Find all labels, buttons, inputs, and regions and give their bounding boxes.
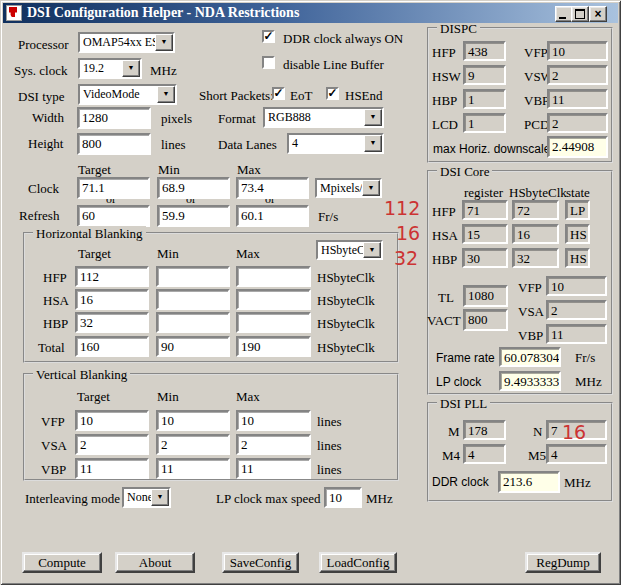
- hsa-max-input[interactable]: [236, 289, 311, 310]
- clock-unit-value: Mpixels/s: [317, 181, 362, 196]
- pll-m5-value: 4: [546, 444, 607, 464]
- frame-rate-value: 60.0783041: [499, 347, 561, 367]
- clock-unit-dropdown[interactable]: Mpixels/s: [315, 178, 382, 198]
- regdump-button[interactable]: RegDump: [525, 552, 601, 573]
- ddr-clock-checkbox[interactable]: [262, 30, 275, 43]
- maximize-icon: [575, 9, 585, 19]
- line-buffer-checkbox[interactable]: [262, 56, 275, 69]
- clock-min-input[interactable]: 68.9: [157, 177, 230, 199]
- height-unit: lines: [161, 137, 186, 153]
- ddr-clock-unit: MHz: [564, 475, 591, 491]
- load-config-button[interactable]: LoadConfig: [319, 552, 397, 573]
- maximize-button[interactable]: [571, 6, 589, 22]
- compute-button[interactable]: Compute: [22, 552, 102, 573]
- dispc-pcd-label: PCD: [524, 117, 549, 133]
- vbp-max-input[interactable]: 11: [236, 458, 311, 479]
- hbp-unit: HSbyteClk: [317, 316, 375, 332]
- hbp-min-input[interactable]: [156, 312, 230, 333]
- hblank-unit-dropdown[interactable]: HSbyteClk: [316, 240, 383, 260]
- data-lanes-dropdown[interactable]: 4: [287, 133, 384, 154]
- refresh-min-input[interactable]: 59.9: [157, 205, 230, 227]
- about-button[interactable]: About: [115, 552, 195, 573]
- hfp-target-input[interactable]: 112: [75, 266, 149, 287]
- dsitype-dropdown[interactable]: VideoMode: [78, 84, 177, 105]
- tl-value: 1080: [463, 285, 508, 307]
- chevron-down-icon[interactable]: [364, 109, 382, 126]
- vsa-min-input[interactable]: 2: [156, 434, 230, 455]
- dispc-vfp-label: VFP: [524, 45, 548, 61]
- hfp-max-input[interactable]: [236, 266, 311, 287]
- dispc-lcd-value: 1: [463, 113, 506, 133]
- pll-m4-label: M4: [442, 448, 460, 464]
- sysclock-dropdown[interactable]: 19.2: [78, 58, 142, 79]
- dsi-core-title: DSI Core: [437, 164, 492, 180]
- total-min-input[interactable]: 90: [156, 336, 230, 357]
- lp-max-unit: MHz: [366, 491, 393, 507]
- total-max-input[interactable]: 190: [236, 336, 311, 357]
- processor-dropdown[interactable]: OMAP54xx ES2: [78, 32, 175, 53]
- refresh-max-input[interactable]: 60.1: [236, 205, 309, 227]
- chevron-down-icon[interactable]: [363, 242, 381, 258]
- dsi-pll-title: DSI PLL: [437, 396, 490, 412]
- clock-max-input[interactable]: 73.4: [236, 177, 309, 199]
- interleaving-value: None: [124, 490, 151, 505]
- ddr-clock-label: DDR clock always ON: [283, 31, 403, 47]
- vfp-max-input[interactable]: 10: [236, 410, 311, 431]
- vfp-row-label: VFP: [41, 414, 65, 430]
- vblank-header-target: Target: [77, 389, 110, 405]
- core-header-register: register: [464, 185, 503, 201]
- dsitype-value: VideoMode: [80, 87, 157, 102]
- vblank-header-min: Min: [157, 389, 179, 405]
- hsa-min-input[interactable]: [156, 289, 230, 310]
- interleaving-dropdown[interactable]: None: [122, 487, 171, 508]
- annotation-hsa: 16: [396, 222, 420, 244]
- eot-label: EoT: [290, 88, 312, 104]
- save-config-button[interactable]: SaveConfig: [222, 552, 299, 573]
- hbp-max-input[interactable]: [236, 312, 311, 333]
- hblank-header-target: Target: [78, 246, 111, 262]
- hfp-min-input[interactable]: [156, 266, 230, 287]
- hsa-unit: HSbyteClk: [317, 293, 375, 309]
- chevron-down-icon[interactable]: [362, 180, 380, 196]
- processor-value: OMAP54xx ES2: [80, 35, 155, 50]
- height-label: Height: [28, 136, 63, 152]
- pll-m4-value: 4: [463, 444, 506, 464]
- total-row-label: Total: [38, 340, 65, 356]
- downscale-label: max Horiz. downscale: [433, 142, 550, 156]
- minimize-icon: [559, 17, 566, 19]
- chevron-down-icon[interactable]: [151, 489, 169, 506]
- vbp-target-input[interactable]: 11: [75, 458, 149, 479]
- vbp-min-input[interactable]: 11: [156, 458, 230, 479]
- chevron-down-icon[interactable]: [157, 86, 175, 103]
- hsend-checkbox[interactable]: [326, 87, 339, 100]
- core-hsa-state: HS: [565, 224, 590, 244]
- close-button[interactable]: ×: [589, 6, 607, 22]
- dispc-hbp-value: 1: [463, 89, 506, 109]
- core-vbp-label: VBP: [518, 328, 543, 344]
- vfp-min-input[interactable]: 10: [156, 410, 230, 431]
- chevron-down-icon[interactable]: [122, 60, 140, 77]
- refresh-target-input[interactable]: 60: [77, 205, 150, 227]
- annotation-hfp: 112: [384, 197, 420, 219]
- vsa-max-input[interactable]: 2: [236, 434, 311, 455]
- height-input[interactable]: 800: [77, 133, 151, 155]
- hsa-target-input[interactable]: 16: [75, 289, 149, 310]
- data-lanes-label: Data Lanes: [218, 137, 277, 153]
- vblank-header-max: Max: [236, 389, 260, 405]
- vsa-target-input[interactable]: 2: [75, 434, 149, 455]
- width-input[interactable]: 1280: [77, 107, 151, 129]
- chevron-down-icon[interactable]: [155, 34, 173, 51]
- eot-checkbox[interactable]: [272, 87, 285, 100]
- title-bar[interactable]: DSI Configuration Helper - NDA Restricti…: [3, 3, 618, 23]
- lp-max-input[interactable]: 10: [324, 487, 362, 508]
- format-dropdown[interactable]: RGB888: [263, 107, 384, 128]
- chevron-down-icon[interactable]: [364, 135, 382, 152]
- vfp-target-input[interactable]: 10: [75, 410, 149, 431]
- core-hsa-hsbyteclk: 16: [512, 224, 559, 244]
- hbp-target-input[interactable]: 32: [75, 312, 149, 333]
- clock-target-input[interactable]: 71.1: [77, 177, 150, 199]
- total-target-input[interactable]: 160: [75, 336, 149, 357]
- clock-label: Clock: [28, 181, 59, 197]
- hblank-header-min: Min: [157, 246, 179, 262]
- core-vfp-value: 10: [546, 276, 607, 296]
